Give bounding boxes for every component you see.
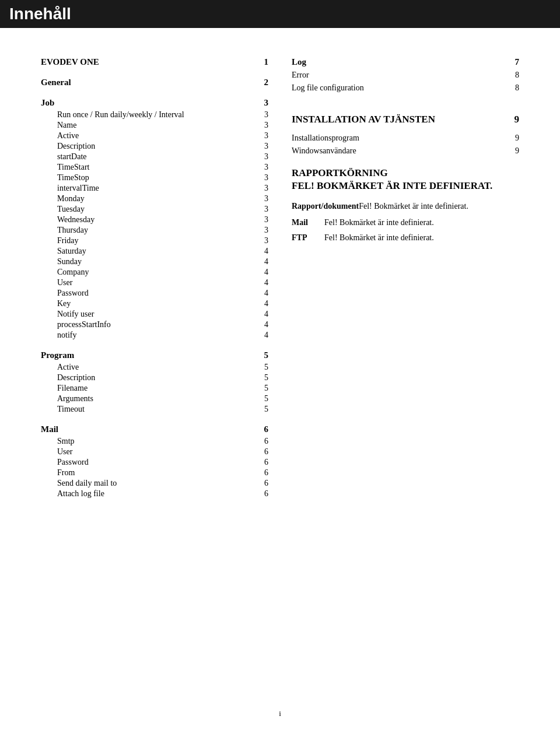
toc-program-sub-item: Timeout5 bbox=[41, 405, 268, 414]
rapport-body: Rapport/dokumentFel! Bokmärket är inte d… bbox=[292, 200, 519, 212]
toc-section-job: Job 3 Run once / Run daily/weekly / Inte… bbox=[41, 98, 268, 340]
toc-sub-number: 4 bbox=[257, 299, 268, 308]
toc-installationsprogram-number: 9 bbox=[508, 134, 519, 143]
toc-main-general: General 2 bbox=[41, 78, 268, 87]
toc-sub-number: 4 bbox=[257, 278, 268, 287]
toc-sub-number: 6 bbox=[257, 468, 268, 478]
installation-title: INSTALLATION AV TJÄNSTEN bbox=[292, 114, 435, 125]
toc-sub-number: 3 bbox=[257, 205, 268, 214]
toc-sub-label: Timeout bbox=[57, 405, 85, 414]
rapport-header: RAPPORTKÖRNING bbox=[292, 167, 519, 179]
toc-job-sub-item: Active3 bbox=[41, 131, 268, 141]
rapport-title: RAPPORTKÖRNING bbox=[292, 167, 388, 178]
rapport-ftp-item: FTP Fel! Bokmärket är inte definierat. bbox=[292, 233, 519, 243]
toc-mail-sub-item: Smtp6 bbox=[41, 437, 268, 446]
rapport-body-text: Fel! Bokmärket är inte definierat. bbox=[359, 202, 468, 210]
rapport-subtitle: FEL! BOKMÄRKET ÄR INTE DEFINIERAT. bbox=[292, 180, 519, 192]
page-footer: i bbox=[0, 709, 560, 718]
toc-sub-number: 6 bbox=[257, 489, 268, 499]
rapport-mail-item: Mail Fel! Bokmärket är inte definierat. bbox=[292, 218, 519, 227]
toc-job-sub-item: Name3 bbox=[41, 121, 268, 130]
toc-job-sub-item: Run once / Run daily/weekly / Interval3 bbox=[41, 110, 268, 120]
toc-windowsanvandare-label: Windowsanvändare bbox=[292, 146, 356, 156]
toc-sub-label: Smtp bbox=[57, 437, 75, 446]
toc-label-program: Program bbox=[41, 350, 74, 360]
toc-sub-number: 3 bbox=[257, 110, 268, 120]
toc-mail-sub-item: From6 bbox=[41, 468, 268, 478]
toc-sub-number: 5 bbox=[257, 394, 268, 403]
toc-sub-number: 5 bbox=[257, 384, 268, 393]
toc-mail-sub-item: Attach log file6 bbox=[41, 489, 268, 499]
toc-sub-label: User bbox=[57, 447, 72, 457]
toc-right-log-label: Log bbox=[292, 57, 306, 67]
toc-sub-label: Saturday bbox=[57, 247, 86, 256]
toc-sub-number: 3 bbox=[257, 131, 268, 141]
toc-sub-label: Company bbox=[57, 268, 89, 277]
rapport-section: RAPPORTKÖRNING FEL! BOKMÄRKET ÄR INTE DE… bbox=[292, 167, 519, 243]
rapport-ftp-key: FTP bbox=[292, 233, 315, 243]
toc-job-sub-item: Description3 bbox=[41, 142, 268, 151]
toc-number-mail: 6 bbox=[257, 424, 268, 434]
toc-sub-label: startDate bbox=[57, 152, 87, 162]
toc-right-error-label: Error bbox=[292, 71, 309, 80]
toc-job-sub-item: notify4 bbox=[41, 331, 268, 340]
toc-sub-label: Monday bbox=[57, 194, 85, 203]
toc-sub-label: From bbox=[57, 468, 75, 478]
header-title: Innehåll bbox=[9, 5, 71, 23]
toc-job-sub-item: Sunday4 bbox=[41, 257, 268, 266]
toc-sub-number: 3 bbox=[257, 184, 268, 193]
toc-job-sub-item: processStartInfo4 bbox=[41, 320, 268, 329]
toc-right-error: Error 8 bbox=[292, 71, 519, 80]
toc-sub-label: Key bbox=[57, 299, 71, 308]
toc-sub-label: Password bbox=[57, 289, 89, 298]
toc-sub-number: 4 bbox=[257, 257, 268, 266]
toc-sub-number: 4 bbox=[257, 289, 268, 298]
toc-sub-label: Send daily mail to bbox=[57, 479, 117, 488]
toc-sub-label: Description bbox=[57, 373, 95, 382]
toc-number-evodev: 1 bbox=[257, 57, 268, 67]
toc-job-sub-item: User4 bbox=[41, 278, 268, 287]
toc-sub-label: Arguments bbox=[57, 394, 93, 403]
toc-mail-subs: Smtp6User6Password6From6Send daily mail … bbox=[41, 437, 268, 499]
toc-job-sub-item: intervalTime3 bbox=[41, 184, 268, 193]
toc-sub-number: 4 bbox=[257, 310, 268, 319]
toc-job-sub-item: Monday3 bbox=[41, 194, 268, 203]
toc-job-subs: Run once / Run daily/weekly / Interval3N… bbox=[41, 110, 268, 340]
toc-windowsanvandare-number: 9 bbox=[508, 146, 519, 156]
toc-main-program: Program 5 bbox=[41, 350, 268, 360]
toc-sub-number: 4 bbox=[257, 320, 268, 329]
rapport-mail-value: Fel! Bokmärket är inte definierat. bbox=[324, 218, 434, 227]
toc-job-sub-item: Company4 bbox=[41, 268, 268, 277]
page-content: EVODEV ONE 1 General 2 Job 3 Run once / … bbox=[0, 28, 560, 550]
toc-sub-label: Description bbox=[57, 142, 95, 151]
toc-job-sub-item: Thursday3 bbox=[41, 226, 268, 235]
toc-sub-label: Tuesday bbox=[57, 205, 85, 214]
toc-program-subs: Active5Description5Filename5Arguments5Ti… bbox=[41, 363, 268, 414]
toc-job-sub-item: Saturday4 bbox=[41, 247, 268, 256]
toc-label-mail: Mail bbox=[41, 424, 58, 434]
toc-sub-label: Friday bbox=[57, 236, 79, 245]
toc-label-general: General bbox=[41, 78, 71, 87]
page-number: i bbox=[279, 709, 281, 718]
toc-program-sub-item: Arguments5 bbox=[41, 394, 268, 403]
toc-sub-number: 3 bbox=[257, 142, 268, 151]
toc-sub-label: Attach log file bbox=[57, 489, 104, 499]
toc-installation-main: INSTALLATION AV TJÄNSTEN 9 bbox=[292, 102, 519, 130]
toc-sub-number: 5 bbox=[257, 363, 268, 372]
toc-sub-label: Wednesday bbox=[57, 215, 94, 224]
rapport-mail-key: Mail bbox=[292, 218, 315, 227]
toc-right-log: Log 7 bbox=[292, 57, 519, 67]
toc-sub-label: Active bbox=[57, 131, 79, 141]
toc-section-evodev: EVODEV ONE 1 bbox=[41, 57, 268, 67]
toc-label-job: Job bbox=[41, 98, 54, 108]
toc-installationsprogram-label: Installationsprogram bbox=[292, 134, 359, 143]
rapport-ftp-value: Fel! Bokmärket är inte definierat. bbox=[324, 233, 434, 243]
toc-job-sub-item: Notify user4 bbox=[41, 310, 268, 319]
toc-sub-number: 3 bbox=[257, 194, 268, 203]
toc-sub-label: Run once / Run daily/weekly / Interval bbox=[57, 110, 184, 120]
toc-sub-number: 3 bbox=[257, 215, 268, 224]
toc-program-sub-item: Description5 bbox=[41, 373, 268, 382]
toc-sub-number: 6 bbox=[257, 479, 268, 488]
toc-mail-sub-item: Send daily mail to6 bbox=[41, 479, 268, 488]
toc-right-logfile-number: 8 bbox=[508, 83, 519, 93]
